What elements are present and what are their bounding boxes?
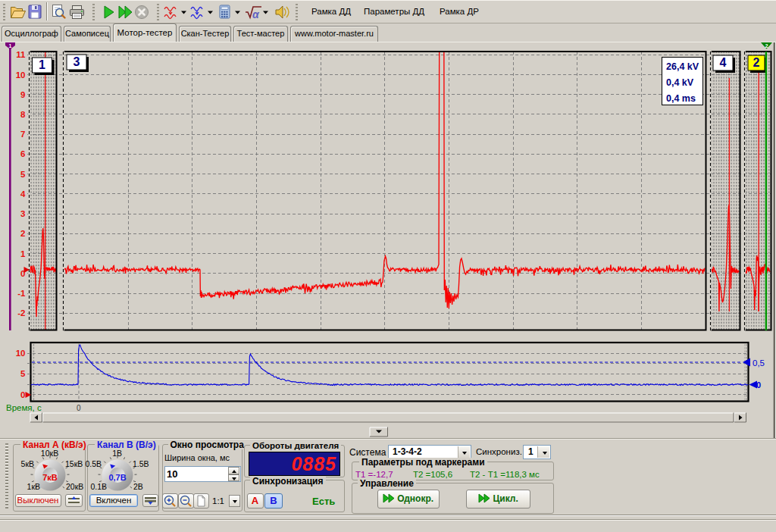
- svg-text:0,7В: 0,7В: [108, 473, 126, 482]
- svg-text:0: 0: [756, 380, 761, 390]
- svg-text:1: 1: [9, 43, 12, 49]
- svg-text:11: 11: [16, 50, 26, 59]
- svg-text:26,4 kV: 26,4 kV: [666, 61, 699, 72]
- svg-text:α: α: [252, 8, 260, 20]
- svg-text:2: 2: [20, 229, 25, 238]
- svg-text:7: 7: [20, 130, 25, 139]
- svg-text:4: 4: [720, 56, 727, 69]
- svg-text:10: 10: [16, 349, 26, 358]
- svg-text:6: 6: [20, 149, 25, 158]
- svg-text:Время, с: Время, с: [6, 403, 42, 412]
- svg-text:9: 9: [20, 90, 25, 99]
- svg-text:0,4 kV: 0,4 kV: [666, 77, 694, 88]
- svg-text:0,5: 0,5: [753, 358, 765, 368]
- svg-text:2: 2: [765, 42, 768, 49]
- svg-text:8: 8: [20, 110, 26, 119]
- svg-text:7кВ: 7кВ: [42, 473, 58, 482]
- svg-text:-1: -1: [17, 289, 26, 298]
- svg-text:0: 0: [20, 390, 25, 399]
- svg-text:-2: -2: [17, 308, 25, 318]
- svg-text:3: 3: [20, 209, 25, 218]
- svg-text:10: 10: [16, 70, 26, 80]
- svg-text:0,4 ms: 0,4 ms: [666, 93, 696, 104]
- svg-text:2: 2: [753, 56, 760, 69]
- svg-text:0: 0: [77, 404, 81, 412]
- svg-text:3: 3: [74, 55, 80, 68]
- svg-text:1: 1: [39, 58, 45, 71]
- svg-text:4: 4: [20, 189, 26, 199]
- svg-text:5: 5: [20, 369, 26, 378]
- svg-text:5: 5: [20, 170, 26, 179]
- svg-text:1: 1: [20, 249, 26, 258]
